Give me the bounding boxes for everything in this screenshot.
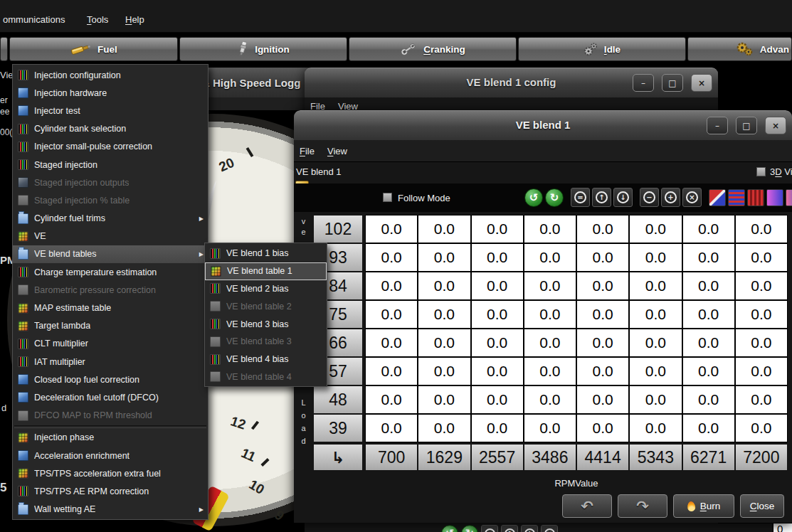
submenu-item-ve-blend-1-bias[interactable]: VE blend 1 bias [205, 245, 327, 262]
fuel-menu-item-injection-configuration[interactable]: Injection configuration [13, 66, 208, 84]
table-cell[interactable]: 0.0 [735, 272, 788, 300]
fuel-menu-item-injection-phase[interactable]: Injection phase [13, 429, 208, 447]
fuel-menu-item-deceleration-fuel-cutoff-dfco[interactable]: Deceleration fuel cutoff (DFCO) [13, 388, 208, 406]
increment-button[interactable]: ↑ [501, 525, 518, 532]
table-undo-button[interactable]: ↺ [524, 188, 543, 207]
follow-mode-label[interactable]: Follow Mode [398, 193, 450, 203]
table-cell[interactable]: 0.0 [735, 385, 788, 414]
tab-advanced[interactable]: Advan [687, 37, 792, 61]
column-header-cell[interactable]: 1629 [418, 444, 470, 471]
fuel-menu-item-staged-injection-table[interactable]: Staged injection % table [13, 191, 208, 209]
burn-button[interactable]: Burn [673, 494, 734, 518]
table-cell[interactable]: 0.0 [418, 357, 470, 385]
table-cell[interactable]: 0.0 [365, 243, 418, 272]
fuel-menu-item-injector-small-pulse-correction[interactable]: Injector small-pulse correction [13, 138, 208, 156]
row-header-cell[interactable]: 48 [313, 385, 363, 414]
table-cell[interactable]: 0.0 [735, 300, 788, 329]
table-cell[interactable]: 0.0 [418, 329, 470, 357]
column-header-cell[interactable]: 2557 [471, 444, 524, 471]
close-button[interactable]: Close [740, 494, 784, 518]
table-cell[interactable]: 0.0 [576, 414, 629, 442]
submenu-item-ve-blend-table-2[interactable]: VE blend table 2 [205, 297, 327, 315]
fuel-menu-item-cylinder-bank-selection[interactable]: Cylinder bank selection [13, 120, 208, 138]
fuel-menu-item-target-lambda[interactable]: Target lambda [13, 317, 208, 335]
fuel-menu-item-barometric-pressure-correction[interactable]: Barometric pressure correction [13, 281, 208, 299]
config-window-titlebar[interactable]: VE blend 1 config – □ × [305, 68, 718, 97]
multiply-button[interactable]: × [682, 188, 702, 207]
maximize-button[interactable]: □ [736, 117, 757, 134]
fuel-menu-item-ve-blend-tables[interactable]: VE blend tables▶ [13, 245, 208, 263]
fuel-menu-item-staged-injection-outputs[interactable]: Staged injection outputs [13, 174, 208, 191]
table-cell[interactable]: 0.0 [629, 243, 682, 272]
row-header-cell[interactable]: 102 [313, 215, 363, 243]
column-header-cell[interactable]: 6271 [682, 444, 735, 471]
table-cell[interactable]: 0.0 [682, 385, 735, 414]
table-undo-button[interactable]: ↺ [441, 525, 458, 532]
increase-button[interactable]: + [661, 188, 680, 207]
fuel-menu-item-iat-multiplier[interactable]: IAT multiplier [13, 353, 208, 371]
fuel-menu-item-injection-hardware[interactable]: Injection hardware [13, 84, 208, 102]
table-cell[interactable]: 0.0 [576, 385, 629, 414]
fuel-menu-item-tps-tps-ae-rpm-correction[interactable]: TPS/TPS AE RPM correction [13, 482, 208, 500]
row-header-cell[interactable]: 39 [313, 414, 363, 442]
fuel-menu-item-map-estimate-table[interactable]: MAP estimate table [13, 299, 208, 316]
table-cell[interactable]: 0.0 [418, 414, 470, 442]
fuel-menu-item-acceleration-enrichment[interactable]: Acceleration enrichment [13, 447, 208, 464]
close-button[interactable]: × [691, 74, 712, 92]
tab-edge-sliver[interactable] [0, 37, 8, 61]
submenu-item-ve-blend-3-bias[interactable]: VE blend 3 bias [205, 315, 327, 333]
table-cell[interactable]: 0.0 [524, 414, 576, 442]
column-header-cell[interactable]: 4414 [576, 444, 629, 471]
table-cell[interactable]: 0.0 [524, 385, 576, 414]
fuel-menu-item-injector-test[interactable]: Injector test [13, 102, 208, 119]
menu-help[interactable]: Help [125, 14, 144, 25]
table-cell[interactable]: 0.0 [682, 243, 735, 272]
column-header-cell[interactable]: 7200 [735, 444, 788, 471]
table-cell[interactable]: 0.0 [524, 215, 576, 243]
table-cell[interactable]: 0.0 [365, 300, 418, 329]
submenu-item-ve-blend-table-4[interactable]: VE blend table 4 [205, 368, 327, 386]
tab-fuel[interactable]: Fuel [9, 37, 178, 61]
table-cell[interactable]: 0.0 [682, 414, 735, 442]
history-undo-button[interactable]: ↶ [562, 494, 612, 518]
table-cell[interactable]: 0.0 [471, 385, 524, 414]
decrement-button[interactable]: ↓ [613, 188, 633, 207]
table-cell[interactable]: 0.0 [629, 300, 682, 329]
table-cell[interactable]: 0.0 [365, 357, 418, 385]
table-cell[interactable]: 0.0 [471, 357, 524, 385]
fuel-menu-item-closed-loop-fuel-correction[interactable]: Closed loop fuel correction [13, 371, 208, 388]
table-cell[interactable]: 0.0 [471, 215, 524, 243]
table-cell[interactable]: 0.0 [524, 329, 576, 357]
table-cell[interactable]: 0.0 [576, 357, 629, 385]
table-cell[interactable]: 0.0 [365, 414, 418, 442]
table-cell[interactable]: 0.0 [576, 243, 629, 272]
increment-button[interactable]: ↑ [592, 188, 611, 207]
column-header-cell[interactable]: 3486 [524, 444, 576, 471]
table-cell[interactable]: 0.0 [365, 272, 418, 300]
3d-view-label[interactable]: 3D View [770, 166, 792, 177]
column-header-cell[interactable]: 5343 [629, 444, 682, 471]
table-cell[interactable]: 0.0 [418, 272, 470, 300]
table-cell[interactable]: 0.0 [365, 329, 418, 357]
table-cell[interactable]: 0.0 [418, 215, 470, 243]
table-cell[interactable]: 0.0 [629, 414, 682, 442]
fuel-menu-item-cylinder-fuel-trims[interactable]: Cylinder fuel trims▶ [13, 210, 208, 228]
fuel-menu-item-tps-tps-acceleration-extra-fuel[interactable]: TPS/TPS acceleration extra fuel [13, 464, 208, 482]
table-cell[interactable]: 0.0 [735, 329, 788, 357]
set-equal-button[interactable]: = [481, 525, 498, 532]
column-header-cell[interactable]: 700 [365, 444, 418, 471]
table-cell[interactable]: 0.0 [524, 300, 576, 329]
fuel-menu-item-clt-multiplier[interactable]: CLT multiplier [13, 335, 208, 353]
close-button[interactable]: × [765, 117, 786, 134]
follow-mode-checkbox[interactable] [383, 193, 392, 202]
interpolate-vertical-button[interactable] [747, 189, 764, 206]
table-redo-button[interactable]: ↻ [545, 188, 564, 207]
table-cell[interactable]: 0.0 [365, 385, 418, 414]
table-cell[interactable]: 0.0 [682, 329, 735, 357]
fuel-menu-item-ve[interactable]: VE [13, 228, 208, 245]
table-cell[interactable]: 0.0 [418, 300, 470, 329]
interpolate-horizontal-button[interactable] [728, 189, 745, 206]
gradient-fill-button[interactable] [766, 189, 783, 206]
decrement-button[interactable]: ↓ [521, 525, 538, 532]
table-cell[interactable]: 0.0 [629, 329, 682, 357]
